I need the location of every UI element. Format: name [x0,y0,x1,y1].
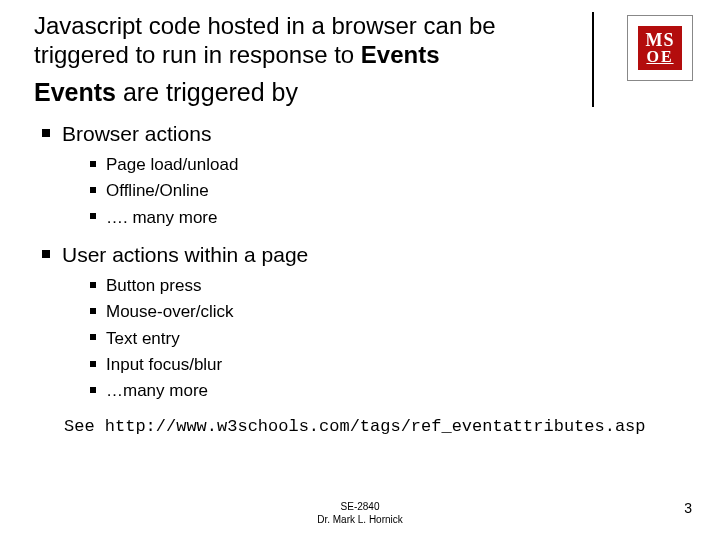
square-bullet-icon [42,250,50,258]
title-line-2-bold: Events [361,41,440,68]
item-text: Button press [106,276,201,295]
footer-author: Dr. Mark L. Hornick [317,514,403,527]
item-text: Page load/unload [106,155,238,174]
title-line-1: Javascript code hosted in a browser can … [34,12,572,41]
list-item: Input focus/blur [34,352,674,378]
item-text: …many more [106,381,208,400]
subhead-post: are triggered by [116,78,298,106]
item-text: Input focus/blur [106,355,222,374]
square-bullet-icon [90,282,96,288]
square-bullet-icon [42,129,50,137]
subhead: Events are triggered by [34,78,572,107]
bullet-browser-actions: Browser actions [34,122,674,146]
footer-center: SE-2840 Dr. Mark L. Hornick [317,501,403,526]
user-actions-sublist: Button press Mouse-over/click Text entry… [34,273,674,405]
square-bullet-icon [90,308,96,314]
title-block: Javascript code hosted in a browser can … [34,12,594,107]
list-item: Offline/Online [34,178,674,204]
browser-actions-sublist: Page load/unload Offline/Online …. many … [34,152,674,231]
square-bullet-icon [90,187,96,193]
list-item: …. many more [34,205,674,231]
footer-course: SE-2840 [317,501,403,514]
square-bullet-icon [90,334,96,340]
subhead-bold: Events [34,78,116,106]
page-number: 3 [684,500,692,516]
list-item: Page load/unload [34,152,674,178]
title-line-2: triggered to run in response to Events [34,41,572,70]
group-0-heading: Browser actions [62,122,211,145]
list-item: …many more [34,378,674,404]
content-body: Browser actions Page load/unload Offline… [34,116,674,436]
logo-top-text: MS [646,31,675,49]
bullet-user-actions: User actions within a page [34,243,674,267]
item-text: Mouse-over/click [106,302,234,321]
square-bullet-icon [90,361,96,367]
list-item: Mouse-over/click [34,299,674,325]
slide: Javascript code hosted in a browser can … [0,0,720,540]
logo-bottom-text: OE [646,49,673,65]
title-line-2-pre: triggered to run in response to [34,41,361,68]
group-1-heading: User actions within a page [62,243,308,266]
see-link: See http://www.w3schools.com/tags/ref_ev… [34,417,674,436]
list-item: Text entry [34,326,674,352]
square-bullet-icon [90,161,96,167]
square-bullet-icon [90,387,96,393]
square-bullet-icon [90,213,96,219]
list-item: Button press [34,273,674,299]
msoe-logo: MS OE [628,16,692,80]
item-text: Offline/Online [106,181,209,200]
item-text: Text entry [106,329,180,348]
item-text: …. many more [106,208,217,227]
logo-inner: MS OE [638,26,682,70]
